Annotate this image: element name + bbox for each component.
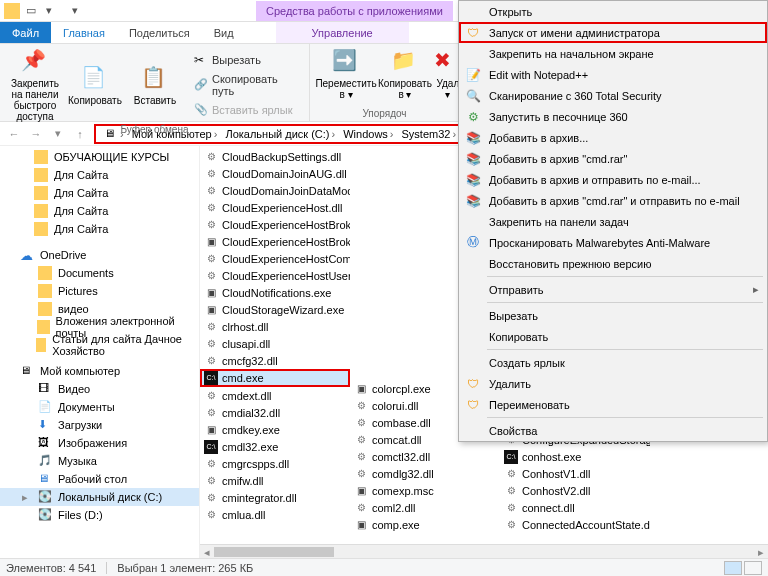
navpane-item[interactable]: Pictures (0, 282, 199, 300)
navpane-item[interactable]: Для Сайта (0, 166, 199, 184)
file-item[interactable]: comdlg32.dll (350, 465, 500, 482)
file-item[interactable]: cmd.exe (200, 369, 350, 387)
view-icons-button[interactable] (744, 561, 762, 575)
navpane-item[interactable]: Загрузки (0, 416, 199, 434)
file-item[interactable]: CloudExperienceHost.dll (200, 199, 350, 216)
ctx-add-email[interactable]: Добавить в архив и отправить по e-mail..… (459, 169, 767, 190)
navpane-item[interactable]: Статьи для сайта Дачное Хозяйство (0, 336, 199, 354)
tab-home[interactable]: Главная (51, 22, 117, 43)
ctx-rename[interactable]: Переименовать (459, 394, 767, 415)
file-item[interactable]: comctl32.dll (350, 448, 500, 465)
ctx-cut[interactable]: Вырезать (459, 305, 767, 326)
file-item[interactable]: clusapi.dll (200, 335, 350, 352)
file-item[interactable]: CloudExperienceHostBroker.e (200, 233, 350, 250)
file-item[interactable]: cmlua.dll (200, 506, 350, 523)
copy-to-button[interactable]: Копировать в ▾ (378, 48, 432, 100)
file-item[interactable]: cmdial32.dll (200, 404, 350, 421)
move-icon (332, 48, 360, 76)
file-item[interactable]: comp.exe (350, 516, 500, 533)
ctx-add-cmd-rar[interactable]: Добавить в архив "cmd.rar" (459, 148, 767, 169)
file-item[interactable]: cmgrcspps.dll (200, 455, 350, 472)
file-item[interactable]: comexp.msc (350, 482, 500, 499)
navpane-item[interactable]: Для Сайта (0, 184, 199, 202)
navpane-item[interactable]: Изображения (0, 434, 199, 452)
copy-path-button[interactable]: Скопировать путь (190, 71, 303, 99)
file-item[interactable]: cmintegrator.dll (200, 489, 350, 506)
navpane-item[interactable]: Документы (0, 398, 199, 416)
navpane-item[interactable]: Видео (0, 380, 199, 398)
ctx-add-cmd-email[interactable]: Добавить в архив "cmd.rar" и отправить п… (459, 190, 767, 211)
ctx-open[interactable]: Открыть (459, 1, 767, 22)
ctx-restore-previous[interactable]: Восстановить прежнюю версию (459, 253, 767, 274)
ctx-add-archive[interactable]: Добавить в архив... (459, 127, 767, 148)
file-item[interactable]: CloudDomainJoinAUG.dll (200, 165, 350, 182)
file-item[interactable]: clrhost.dll (200, 318, 350, 335)
navpane-item[interactable]: OneDrive (0, 246, 199, 264)
navpane-item[interactable]: ▸Локальный диск (C:) (0, 488, 199, 506)
scroll-left-icon[interactable]: ◂ (200, 545, 214, 558)
ctx-pin-taskbar[interactable]: Закрепить на панели задач (459, 211, 767, 232)
ctx-pin-start[interactable]: Закрепить на начальном экране (459, 43, 767, 64)
file-item[interactable]: conhost.exe (500, 448, 650, 465)
ctx-edit-notepad[interactable]: Edit with Notepad++ (459, 64, 767, 85)
breadcrumb[interactable]: System32› (398, 128, 461, 140)
tab-view[interactable]: Вид (202, 22, 246, 43)
paste-shortcut-button[interactable]: Вставить ярлык (190, 101, 303, 119)
navpane-item[interactable]: Для Сайта (0, 220, 199, 238)
file-item[interactable]: CloudNotifications.exe (200, 284, 350, 301)
file-item[interactable]: CloudExperienceHostBroker.d (200, 216, 350, 233)
move-to-button[interactable]: Переместить в ▾ (316, 48, 376, 100)
ctx-delete[interactable]: Удалить (459, 373, 767, 394)
file-item[interactable]: ConhostV1.dll (500, 465, 650, 482)
file-item[interactable]: cmdl32.exe (200, 438, 350, 455)
file-item[interactable]: connect.dll (500, 499, 650, 516)
qat-customize-icon[interactable]: ▾ (68, 4, 82, 18)
file-item[interactable]: cmcfg32.dll (200, 352, 350, 369)
navpane-label: Для Сайта (54, 205, 108, 217)
navpane-item[interactable]: Files (D:) (0, 506, 199, 524)
ctx-copy[interactable]: Копировать (459, 326, 767, 347)
navpane-item[interactable]: Documents (0, 264, 199, 282)
tab-share[interactable]: Поделиться (117, 22, 202, 43)
view-details-button[interactable] (724, 561, 742, 575)
file-item[interactable]: CloudStorageWizard.exe (200, 301, 350, 318)
ctx-scan-360[interactable]: Сканирование c 360 Total Security (459, 85, 767, 106)
horizontal-scrollbar[interactable]: ◂ ▸ (200, 544, 768, 558)
navpane-item[interactable]: Музыка (0, 452, 199, 470)
cut-button[interactable]: Вырезать (190, 51, 303, 69)
ctx-sandbox-360[interactable]: Запустить в песочнице 360 (459, 106, 767, 127)
qat-properties-icon[interactable]: ▭ (24, 4, 38, 18)
file-item[interactable]: CloudDomainJoinDataModelS (200, 182, 350, 199)
pin-quick-access-button[interactable]: Закрепить на панели быстрого доступа (6, 48, 64, 122)
file-item[interactable]: cmifw.dll (200, 472, 350, 489)
file-item[interactable]: ConnectedAccountState.dll (500, 516, 650, 533)
file-item[interactable]: CloudExperienceHostCommo (200, 250, 350, 267)
ctx-send-to[interactable]: Отправить▸ (459, 279, 767, 300)
paste-button[interactable]: Вставить (126, 65, 184, 106)
tab-file[interactable]: Файл (0, 22, 51, 43)
sandbox-icon (465, 109, 481, 125)
file-item[interactable]: cmdext.dll (200, 387, 350, 404)
scroll-thumb[interactable] (214, 547, 334, 557)
ctx-properties[interactable]: Свойства (459, 420, 767, 441)
file-item[interactable]: ConhostV2.dll (500, 482, 650, 499)
navpane-item[interactable]: Рабочий стол (0, 470, 199, 488)
ctx-create-shortcut[interactable]: Создать ярлык (459, 352, 767, 373)
ctx-run-as-admin[interactable]: Запуск от имени администратора (459, 22, 767, 43)
cmd-icon (204, 371, 218, 385)
navpane-label: Рабочий стол (58, 473, 127, 485)
file-item[interactable]: CloudExperienceHostUser.dll (200, 267, 350, 284)
navpane-item[interactable]: Для Сайта (0, 202, 199, 220)
breadcrumb[interactable]: Windows› (339, 128, 397, 140)
scroll-right-icon[interactable]: ▸ (754, 545, 768, 558)
ctx-scan-malwarebytes[interactable]: Просканировать Malwarebytes Anti-Malware (459, 232, 767, 253)
navpane-item[interactable]: Мой компьютер (0, 362, 199, 380)
qat-newfolder-icon[interactable]: ▾ (42, 4, 56, 18)
copy-button[interactable]: Копировать (66, 65, 124, 106)
file-item[interactable]: CloudBackupSettings.dll (200, 148, 350, 165)
file-item[interactable]: cmdkey.exe (200, 421, 350, 438)
file-item[interactable]: coml2.dll (350, 499, 500, 516)
navpane-item[interactable]: ОБУЧАЮЩИЕ КУРСЫ (0, 148, 199, 166)
tab-manage[interactable]: Управление (276, 22, 409, 43)
navigation-pane[interactable]: ОБУЧАЮЩИЕ КУРСЫДля СайтаДля СайтаДля Сай… (0, 146, 200, 558)
